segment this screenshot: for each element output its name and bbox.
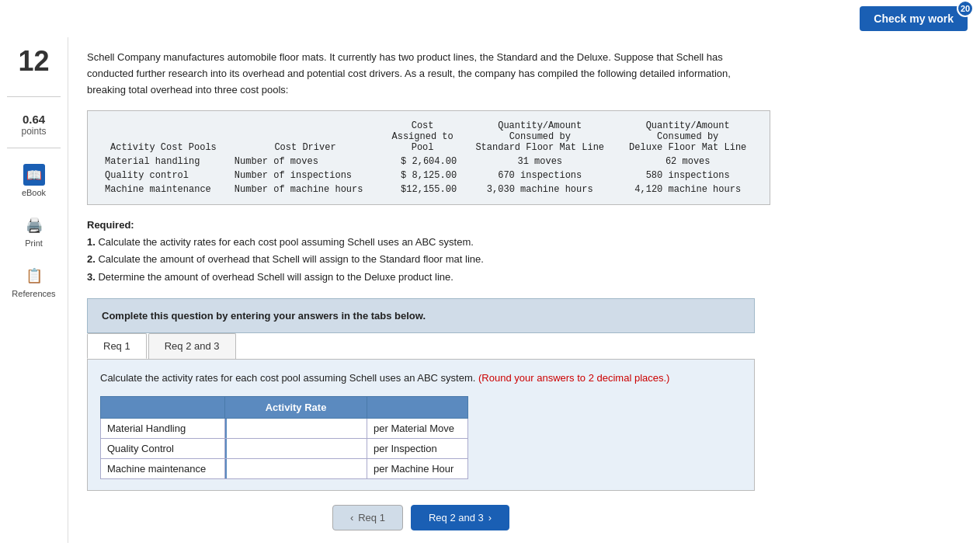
next-button[interactable]: Req 2 and 3 › <box>411 505 509 530</box>
answer-label-0: Material Handling <box>101 419 225 439</box>
col-header-pool: Activity Cost Pools <box>99 119 228 155</box>
ebook-label: eBook <box>22 188 46 197</box>
tabs-row: Req 1 Req 2 and 3 <box>87 333 755 359</box>
main-layout: 12 0.64 points 📖 eBook 🖨️ Print 📋 Refere… <box>0 37 980 543</box>
dlx-qty-cell: 4,120 machine hours <box>617 183 759 197</box>
intro-text: Schell Company manufactures automobile f… <box>87 50 755 98</box>
prev-button[interactable]: ‹ Req 1 <box>332 505 403 530</box>
sidebar-item-print[interactable]: 🖨️ Print <box>0 210 68 252</box>
tabs-container: Req 1 Req 2 and 3 Calculate the activity… <box>87 333 755 492</box>
answer-table-row: Machine maintenance per Machine Hour <box>101 459 468 479</box>
answer-input-cell-2[interactable] <box>225 459 367 479</box>
tab-req1[interactable]: Req 1 <box>87 333 147 359</box>
cost-table-row: Machine maintenance Number of machine ho… <box>99 183 759 197</box>
content-area: Schell Company manufactures automobile f… <box>68 37 980 543</box>
check-my-work-button[interactable]: Check my work 20 <box>860 6 968 31</box>
answer-col-rate: Activity Rate <box>225 397 367 419</box>
problem-number: 12 <box>18 45 49 78</box>
print-icon: 🖨️ <box>23 214 45 236</box>
sidebar: 12 0.64 points 📖 eBook 🖨️ Print 📋 Refere… <box>0 37 68 543</box>
points-label: points <box>21 126 46 137</box>
col-header-cost: CostAssigned toPool <box>382 119 463 155</box>
cost-table-row: Material handling Number of moves $ 2,60… <box>99 155 759 169</box>
cost-table-wrapper: Activity Cost Pools Cost Driver CostAssi… <box>87 110 770 205</box>
tab-content-req1: Calculate the activity rates for each co… <box>87 359 755 492</box>
points-value: 0.64 <box>21 113 46 126</box>
answer-input-1[interactable] <box>225 439 367 458</box>
answer-label-1: Quality Control <box>101 439 225 459</box>
dlx-qty-cell: 62 moves <box>617 155 759 169</box>
sidebar-item-ebook[interactable]: 📖 eBook <box>0 159 68 202</box>
col-header-std: Quantity/AmountConsumed byStandard Floor… <box>463 119 617 155</box>
tab-req2and3[interactable]: Req 2 and 3 <box>148 333 236 359</box>
cost-cell: $12,155.00 <box>382 183 463 197</box>
dlx-qty-cell: 580 inspections <box>617 169 759 183</box>
pool-cell: Material handling <box>99 155 228 169</box>
cost-cell: $ 8,125.00 <box>382 169 463 183</box>
required-item-3: 3. Determine the amount of overhead Sche… <box>87 269 755 286</box>
cost-table: Activity Cost Pools Cost Driver CostAssi… <box>99 119 759 197</box>
red-note: (Round your answers to 2 decimal places.… <box>478 372 669 384</box>
bottom-nav: ‹ Req 1 Req 2 and 3 › <box>87 505 755 530</box>
prev-label: Req 1 <box>358 512 385 523</box>
std-qty-cell: 31 moves <box>463 155 617 169</box>
answer-input-cell-0[interactable] <box>225 419 367 439</box>
sidebar-divider-2 <box>7 148 61 148</box>
pool-cell: Quality control <box>99 169 228 183</box>
answer-table: Activity Rate Material Handling per Mate… <box>100 396 468 479</box>
col-header-dlx: Quantity/AmountConsumed byDeluxe Floor M… <box>617 119 759 155</box>
cost-cell: $ 2,604.00 <box>382 155 463 169</box>
next-chevron-icon: › <box>488 512 492 523</box>
driver-cell: Number of moves <box>228 155 382 169</box>
answer-table-row: Material Handling per Material Move <box>101 419 468 439</box>
print-label: Print <box>25 238 43 248</box>
required-item-2: 2. Calculate the amount of overhead that… <box>87 251 755 268</box>
std-qty-cell: 670 inspections <box>463 169 617 183</box>
pool-cell: Machine maintenance <box>99 183 228 197</box>
references-icon: 📋 <box>23 265 45 287</box>
top-bar: Check my work 20 <box>0 0 980 37</box>
required-label: Required: <box>87 219 755 231</box>
answer-unit-1: per Inspection <box>367 439 468 459</box>
std-qty-cell: 3,030 machine hours <box>463 183 617 197</box>
answer-col-unit <box>367 397 468 419</box>
driver-cell: Number of inspections <box>228 169 382 183</box>
ebook-icon: 📖 <box>23 164 45 186</box>
points-box: 0.64 points <box>21 113 46 137</box>
sidebar-item-references[interactable]: 📋 References <box>0 260 68 303</box>
answer-label-2: Machine maintenance <box>101 459 225 479</box>
answer-table-row: Quality Control per Inspection <box>101 439 468 459</box>
tab-instruction: Calculate the activity rates for each co… <box>100 370 742 386</box>
answer-col-empty <box>101 397 225 419</box>
driver-cell: Number of machine hours <box>228 183 382 197</box>
answer-input-cell-1[interactable] <box>225 439 367 459</box>
prev-chevron-icon: ‹ <box>350 512 353 523</box>
badge-count: 20 <box>957 0 974 17</box>
required-item-1: 1. Calculate the activity rates for each… <box>87 234 755 251</box>
instruction-box: Complete this question by entering your … <box>87 298 755 333</box>
sidebar-divider <box>7 96 61 97</box>
answer-unit-0: per Material Move <box>367 419 468 439</box>
references-label: References <box>12 289 55 298</box>
col-header-driver: Cost Driver <box>228 119 382 155</box>
required-section: Required: 1. Calculate the activity rate… <box>87 219 755 285</box>
answer-unit-2: per Machine Hour <box>367 459 468 479</box>
answer-input-0[interactable] <box>225 419 367 438</box>
cost-table-row: Quality control Number of inspections $ … <box>99 169 759 183</box>
answer-input-2[interactable] <box>225 459 367 478</box>
next-label: Req 2 and 3 <box>429 512 484 523</box>
